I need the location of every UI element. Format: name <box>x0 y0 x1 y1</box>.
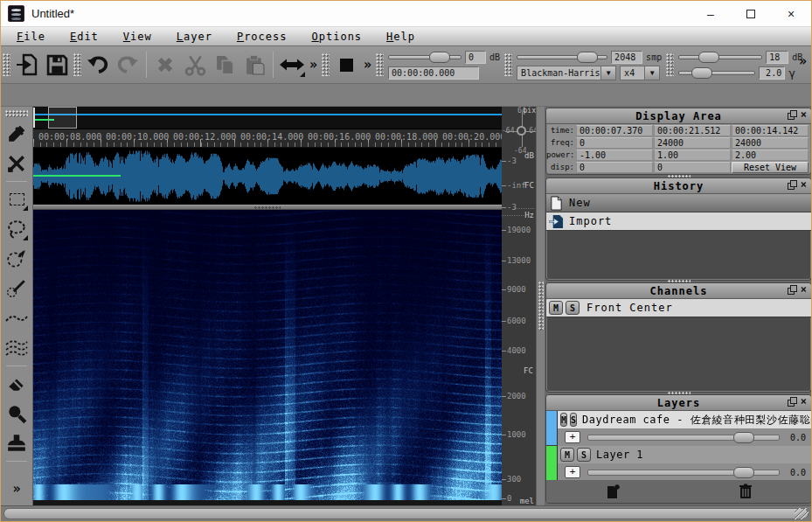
time-start-value[interactable]: 00:00:07.370 <box>576 125 653 136</box>
toolbar-grip[interactable] <box>322 53 330 76</box>
close-panel-icon[interactable]: × <box>801 180 808 190</box>
delete-layer-button[interactable] <box>739 484 753 499</box>
nav-crosshair[interactable]: 64 pix -64 64 -64 <box>502 108 536 152</box>
float-panel-icon[interactable] <box>788 397 797 407</box>
gamma-knob[interactable] <box>691 67 712 79</box>
chevron-down-icon[interactable]: ▼ <box>644 66 659 80</box>
nav-knob[interactable] <box>517 126 526 136</box>
zoom-factor-select[interactable]: x4 ▼ <box>620 66 660 80</box>
redo-button[interactable] <box>113 51 142 79</box>
zoom-tool[interactable] <box>3 400 30 427</box>
import-button[interactable] <box>12 51 42 79</box>
layer-row[interactable]: M S Layer 1 + 0.0 <box>546 446 811 481</box>
menu-options[interactable]: Options <box>303 29 371 45</box>
menu-view[interactable]: View <box>115 29 161 45</box>
mute-button[interactable]: M <box>560 448 574 462</box>
history-item-new[interactable]: New <box>546 194 811 212</box>
close-panel-icon[interactable]: × <box>801 110 808 120</box>
add-effect-button[interactable]: + <box>565 466 580 478</box>
float-panel-icon[interactable] <box>788 110 797 120</box>
float-panel-icon[interactable] <box>788 180 797 190</box>
picker-tool[interactable] <box>3 121 30 147</box>
layer-name[interactable]: Daydream cafe - 佐倉綾音种田梨沙佐藤聡美内 <box>582 413 811 428</box>
save-button[interactable] <box>42 51 72 79</box>
disp-x-value[interactable]: 0 <box>576 162 653 173</box>
clone-stamp-tool[interactable] <box>3 430 30 456</box>
menu-process[interactable]: Process <box>228 29 296 45</box>
chevron-expand-icon[interactable]: » <box>361 59 374 72</box>
solo-button[interactable]: S <box>570 413 577 427</box>
time-end-value[interactable]: 00:00:21.512 <box>654 125 731 136</box>
toolbar-overflow-chevron[interactable]: » <box>796 55 809 68</box>
layer-gain-slider[interactable] <box>587 435 780 441</box>
delete-button[interactable] <box>150 51 180 79</box>
gamma-value[interactable]: 2.0 <box>759 66 785 80</box>
panel-title-bar[interactable]: Channels × <box>546 283 811 299</box>
minimize-button[interactable]: – <box>691 1 731 26</box>
scrollbar-thumb[interactable] <box>3 508 809 519</box>
panel-title-bar[interactable]: History × <box>546 178 811 194</box>
time-length-value[interactable]: 00:00:14.142 <box>732 125 809 136</box>
layer-gain-value[interactable]: 0.0 <box>785 468 811 477</box>
rectangle-select-tool[interactable] <box>3 186 30 212</box>
dock-splitter[interactable] <box>536 107 545 505</box>
add-effect-button[interactable]: + <box>565 431 580 443</box>
pan-tool-button[interactable] <box>277 51 307 79</box>
maximize-button[interactable] <box>731 1 771 26</box>
spectrogram-view[interactable] <box>33 210 502 500</box>
palette-more-chevron[interactable]: » <box>12 481 20 497</box>
fft-size-slider[interactable] <box>517 55 607 59</box>
level-value[interactable]: 18 <box>766 51 788 64</box>
spectrogram-canvas[interactable] <box>33 210 502 500</box>
freq-end-value[interactable]: 24000 <box>654 137 731 149</box>
playback-gain-value[interactable]: 0 <box>465 51 486 64</box>
layer-gain-knob[interactable] <box>733 432 754 443</box>
horizontal-scrollbar[interactable] <box>1 505 811 521</box>
channel-row[interactable]: M S Front Center <box>546 299 811 317</box>
move-selection-tool[interactable] <box>3 246 30 272</box>
close-button[interactable]: × <box>771 1 811 26</box>
frequency-select-tool[interactable] <box>3 305 30 331</box>
toolbar-grip[interactable] <box>666 53 674 76</box>
overview-bar[interactable] <box>33 107 502 129</box>
palette-grip[interactable] <box>5 110 28 117</box>
window-resize-grip[interactable] <box>795 508 809 519</box>
layer-color-strip[interactable] <box>546 411 558 445</box>
undo-button[interactable] <box>83 51 113 79</box>
window-function-select[interactable]: Blackman-Harris ▼ <box>517 66 616 80</box>
reset-view-button[interactable]: Reset View <box>732 162 809 173</box>
copy-button[interactable] <box>210 51 239 79</box>
harmonics-select-tool[interactable] <box>3 335 30 361</box>
stop-button[interactable] <box>331 51 361 79</box>
panel-title-bar[interactable]: Layers × <box>546 395 811 411</box>
menu-edit[interactable]: Edit <box>61 29 108 45</box>
mute-button[interactable]: M <box>560 413 567 427</box>
history-item-import[interactable]: Import <box>546 212 811 231</box>
toolbar-grip[interactable] <box>376 53 384 76</box>
power-min-value[interactable]: -1.00 <box>576 150 653 161</box>
layer-name[interactable]: Layer 1 <box>596 449 643 461</box>
fft-size-knob[interactable] <box>577 52 598 63</box>
solo-button[interactable]: S <box>566 301 580 315</box>
overview-view-rectangle[interactable] <box>48 107 77 129</box>
playback-gain-knob[interactable] <box>429 52 450 63</box>
layer-gain-value[interactable]: 0.0 <box>785 433 811 442</box>
new-layer-button[interactable] <box>605 484 621 499</box>
close-panel-icon[interactable]: × <box>801 285 808 295</box>
power-max-value[interactable]: 1.00 <box>654 150 731 161</box>
time-ruler[interactable]: 00:00:08.000 00:00:10.000 00:00:12.000 0… <box>33 129 502 148</box>
waveform-view[interactable] <box>33 148 502 205</box>
power-range-value[interactable]: 2.00 <box>732 150 809 161</box>
float-panel-icon[interactable] <box>788 285 797 295</box>
lasso-select-tool[interactable] <box>3 216 30 242</box>
layer-color-strip[interactable] <box>546 446 558 480</box>
mute-button[interactable]: M <box>549 301 563 315</box>
level-knob[interactable] <box>698 52 719 63</box>
layer-row[interactable]: M S Daydream cafe - 佐倉綾音种田梨沙佐藤聡美内 + 0.0 <box>546 411 811 446</box>
overview-start-handle[interactable] <box>33 108 35 128</box>
magic-wand-tool[interactable] <box>3 275 30 302</box>
toolbar-grip[interactable] <box>504 53 512 76</box>
chevron-down-icon[interactable]: ▼ <box>600 66 615 80</box>
disp-y-value[interactable]: 0 <box>654 162 731 173</box>
chevron-expand-icon[interactable]: » <box>307 59 320 72</box>
